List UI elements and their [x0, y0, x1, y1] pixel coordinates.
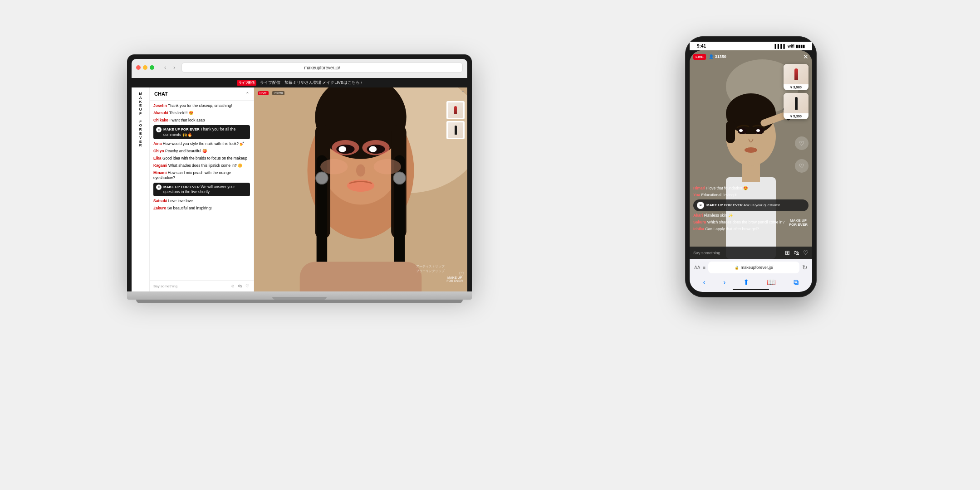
- phone-msg-text: Which shades does the brow pencil come i…: [707, 220, 785, 224]
- lock-icon: 🔒: [735, 266, 739, 270]
- site-sidebar: MAKEUPFOREVER: [132, 87, 150, 291]
- phone-product-2[interactable]: ¥ 5,390: [784, 93, 808, 119]
- phone-tabs-icon[interactable]: ⧉: [794, 278, 799, 286]
- phone-msg-text: I love that foundation 😍: [706, 186, 748, 190]
- back-button[interactable]: ‹: [162, 64, 169, 71]
- phone-bag-icon[interactable]: 🛍: [794, 249, 799, 256]
- phone-back-icon[interactable]: ‹: [703, 278, 706, 286]
- svg-point-16: [393, 172, 406, 184]
- lipstick-icon: [454, 106, 457, 114]
- chat-bag-icon[interactable]: 🛍: [237, 283, 243, 289]
- phone-bookmark-icon[interactable]: 📖: [767, 278, 776, 286]
- phone-address-bar[interactable]: 🔒 makeupforever.jp/: [708, 262, 799, 273]
- phone-sticker-icon[interactable]: ⊞: [785, 249, 790, 256]
- phone-product-img-2: [784, 93, 808, 113]
- phone-forward-icon[interactable]: ›: [723, 278, 725, 286]
- brand-name-label: MAKE UP FOR EVER: [163, 127, 200, 131]
- svg-point-19: [320, 159, 348, 175]
- phone-product-1[interactable]: ¥ 3,980: [784, 64, 808, 90]
- phone-msg-text: Flawless skin ✨: [704, 213, 733, 218]
- svg-point-31: [739, 129, 743, 132]
- fullscreen-traffic-light[interactable]: [150, 65, 154, 70]
- chat-username: Kagami: [153, 163, 167, 168]
- chat-say-something[interactable]: Say something: [153, 284, 227, 288]
- phone-share-icon[interactable]: ⬆: [743, 278, 749, 286]
- svg-point-17: [356, 165, 365, 177]
- chat-message: Akasuki This lock!!! 😍: [153, 111, 250, 116]
- wifi-icon: wifi: [788, 44, 794, 49]
- collapse-icon[interactable]: ⌃: [461, 90, 465, 95]
- svg-point-13: [338, 146, 346, 152]
- chat-text: Thank you for the closeup, smashing!: [168, 103, 232, 108]
- chat-expand-icon[interactable]: ⌃: [245, 92, 249, 97]
- browser-content: ライブ配信 ライブ配信 加藤ミリやさん登場 メイクLIVEはこちら › MAKE…: [132, 78, 467, 291]
- phone-heart-buttons: ♡ ♡: [795, 136, 808, 173]
- url-text: makeupforever.jp/: [304, 65, 340, 70]
- phone-heart-2[interactable]: ♡: [795, 159, 808, 173]
- traffic-lights: [136, 65, 154, 70]
- reader-icon[interactable]: ≡: [703, 265, 706, 270]
- chat-brand-message: M MAKE UP FOR EVER We will answer your q…: [153, 183, 250, 196]
- laptop-screen-wrapper: ‹ › makeupforever.jp/ ライブ配信 ライブ配信 加藤ミリやさ…: [127, 54, 472, 291]
- chat-header: CHAT ⌃: [150, 87, 254, 101]
- chat-input-area: Say something ☺ 🛍 ♡: [150, 280, 254, 291]
- chat-message: Chikako I want that look asap: [153, 118, 250, 123]
- heart-button[interactable]: ♡: [459, 271, 465, 278]
- svg-rect-28: [726, 121, 735, 143]
- chat-emoji-icon[interactable]: ☺: [230, 283, 235, 289]
- brand-name-label: MAKE UP FOR EVER: [163, 185, 200, 189]
- phone-msg-text: Can I apply that after brow gel?: [705, 227, 759, 231]
- chat-username: Zakuro: [153, 206, 166, 210]
- brand-msg-body: MAKE UP FOR EVER We will answer your que…: [163, 184, 247, 194]
- video-background: [254, 87, 467, 291]
- product-thumb-1[interactable]: [446, 101, 465, 119]
- mascara-icon: [455, 126, 457, 135]
- chat-text: What shades does this lipstick come in? …: [168, 163, 243, 168]
- phone-heart-icon[interactable]: ♡: [803, 249, 808, 256]
- laptop-foot: [136, 300, 463, 303]
- minimize-traffic-light[interactable]: [143, 65, 147, 70]
- home-bar: [733, 289, 769, 290]
- chat-username: Aina: [153, 141, 162, 146]
- brand-icon: M: [156, 184, 162, 190]
- expand-icon[interactable]: ⌃: [257, 90, 465, 95]
- phone-heart-1[interactable]: ♡: [795, 136, 808, 150]
- chat-heart-icon[interactable]: ♡: [245, 283, 250, 289]
- phone-chat-msg-yua: Yua Educational, loving it: [693, 193, 808, 198]
- jp-text-overlay: アーティストリップブラーリングリップ: [416, 264, 445, 273]
- product-thumb-img-1: [448, 102, 463, 118]
- phone-username: Himari: [693, 186, 705, 190]
- refresh-icon[interactable]: ↻: [802, 264, 808, 271]
- close-traffic-light[interactable]: [136, 65, 141, 70]
- phone-say-something[interactable]: Say something: [693, 251, 782, 255]
- product-thumb-2[interactable]: [446, 121, 465, 139]
- phone-product-price-1: ¥ 3,980: [784, 84, 808, 90]
- phone-brand-icon: M: [697, 202, 704, 209]
- status-time: 9:41: [697, 44, 706, 49]
- svg-point-15: [316, 172, 328, 184]
- chat-username: Josefin: [153, 103, 167, 108]
- chat-username: Minami: [153, 170, 167, 175]
- signal-icon: ▌▌▌▌: [774, 44, 786, 49]
- phone-close-button[interactable]: ✕: [803, 53, 808, 60]
- font-size-control[interactable]: AA: [694, 265, 700, 270]
- video-panel: ⌃ ⌃ LIVE 79950: [254, 87, 467, 291]
- phone-browser-bar: AA ≡ 🔒 makeupforever.jp/ ↻: [690, 259, 812, 276]
- forward-button[interactable]: ›: [171, 64, 178, 71]
- svg-point-32: [756, 129, 760, 132]
- chat-username: Akasuki: [153, 111, 168, 115]
- svg-point-33: [745, 147, 757, 153]
- laptop-notch: [272, 297, 327, 300]
- phone-brand-text: MAKE UP FOR EVER Ask us your questions!: [706, 203, 780, 207]
- phone-products: ¥ 3,980 ¥ 5,390: [784, 64, 808, 119]
- chat-text: Good idea with the braids to focus on th…: [162, 156, 247, 160]
- address-bar[interactable]: makeupforever.jp/: [181, 63, 463, 73]
- brand-logo: MAKEUPFOREVER: [139, 92, 142, 148]
- phone-username: Sakura: [693, 220, 706, 224]
- svg-point-20: [374, 159, 401, 175]
- laptop: ‹ › makeupforever.jp/ ライブ配信 ライブ配信 加藤ミリやさ…: [127, 54, 472, 303]
- phone-live-area: LIVE 👤 31350 ✕ ¥ 3,980: [690, 50, 812, 259]
- phone-username: Akari: [693, 213, 703, 218]
- phone-frame: 9:41 ▌▌▌▌ wifi ▮▮▮▮: [685, 36, 817, 297]
- chat-text: This lock!!! 😍: [169, 111, 194, 115]
